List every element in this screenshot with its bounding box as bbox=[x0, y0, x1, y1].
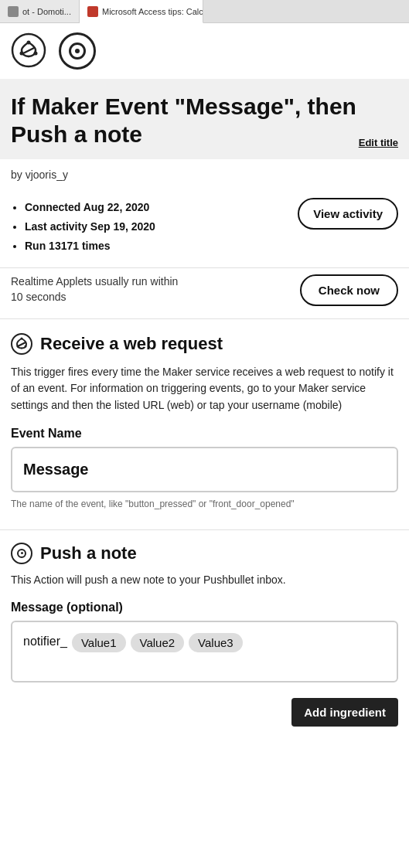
check-now-button[interactable]: Check now bbox=[300, 274, 398, 306]
header-icons bbox=[0, 23, 409, 79]
stats-list: Connected Aug 22, 2020 Last activity Sep… bbox=[11, 198, 155, 257]
stats-section: Connected Aug 22, 2020 Last activity Sep… bbox=[0, 190, 409, 267]
svg-point-3 bbox=[34, 52, 38, 56]
pushbullet-inner bbox=[69, 43, 86, 60]
event-name-value: Message bbox=[11, 447, 398, 492]
action-section: Push a note This Action will push a new … bbox=[0, 530, 409, 699]
svg-point-1 bbox=[27, 41, 31, 45]
ingredient-tag-value1[interactable]: Value1 bbox=[72, 633, 126, 652]
trigger-title: Receive a web request bbox=[40, 334, 223, 354]
action-title: Push a note bbox=[40, 543, 137, 563]
ingredient-tag-value3[interactable]: Value3 bbox=[189, 633, 243, 652]
title-section: If Maker Event "Message", then Push a no… bbox=[0, 79, 409, 159]
check-text: Realtime Applets usually run within 10 s… bbox=[11, 274, 189, 305]
add-ingredient-button[interactable]: Add ingredient bbox=[291, 698, 398, 727]
message-optional-label: Message (optional) bbox=[11, 601, 398, 614]
stat-run-times: Run 13171 times bbox=[25, 237, 155, 256]
author: by vjooris_y bbox=[0, 159, 409, 190]
view-activity-button[interactable]: View activity bbox=[298, 198, 398, 230]
ingredient-prefix: notifier_ bbox=[23, 633, 67, 648]
action-description: This Action will push a new note to your… bbox=[11, 572, 398, 589]
ingredient-tag-value2[interactable]: Value2 bbox=[131, 633, 185, 652]
browser-tabs: ot - Domoti... Microsoft Access tips: Ca… bbox=[0, 0, 409, 23]
tab-label-domoti: ot - Domoti... bbox=[22, 7, 71, 16]
action-heading: Push a note bbox=[11, 543, 398, 564]
event-name-hint: The name of the event, like "button_pres… bbox=[11, 499, 398, 509]
pushbullet-icon bbox=[59, 32, 96, 70]
pushbullet-dot bbox=[75, 49, 80, 53]
stat-last-activity: Last activity Sep 19, 2020 bbox=[25, 217, 155, 237]
svg-point-7 bbox=[25, 345, 27, 347]
tab-favicon-domoti bbox=[8, 6, 19, 17]
svg-point-2 bbox=[20, 52, 24, 56]
tab-access[interactable]: Microsoft Access tips: Calculated Fields bbox=[80, 0, 203, 23]
clearfix: Add ingredient bbox=[0, 698, 409, 737]
tab-domoti[interactable]: ot - Domoti... bbox=[0, 0, 80, 22]
ingredient-area: notifier_ Value1 Value2 Value3 bbox=[11, 621, 398, 682]
action-pushbullet-dot bbox=[21, 552, 23, 554]
event-name-label: Event Name bbox=[11, 427, 398, 441]
tab-label-access: Microsoft Access tips: Calculated Fields bbox=[102, 7, 203, 16]
stat-connected: Connected Aug 22, 2020 bbox=[25, 198, 155, 217]
tab-favicon-access bbox=[87, 6, 98, 17]
trigger-heading: Receive a web request bbox=[11, 333, 398, 355]
trigger-section: Receive a web request This trigger fires… bbox=[0, 319, 409, 529]
applet-title: If Maker Event "Message", then Push a no… bbox=[11, 93, 398, 148]
edit-title-link[interactable]: Edit title bbox=[359, 137, 398, 148]
svg-point-5 bbox=[21, 337, 23, 339]
action-pushbullet-inner bbox=[17, 549, 26, 558]
trigger-webhook-icon bbox=[11, 333, 32, 355]
action-pushbullet-icon bbox=[11, 543, 32, 564]
check-section: Realtime Applets usually run within 10 s… bbox=[0, 268, 409, 318]
svg-point-6 bbox=[17, 345, 19, 347]
webhook-icon bbox=[11, 32, 48, 70]
trigger-description: This trigger fires every time the Maker … bbox=[11, 364, 398, 414]
